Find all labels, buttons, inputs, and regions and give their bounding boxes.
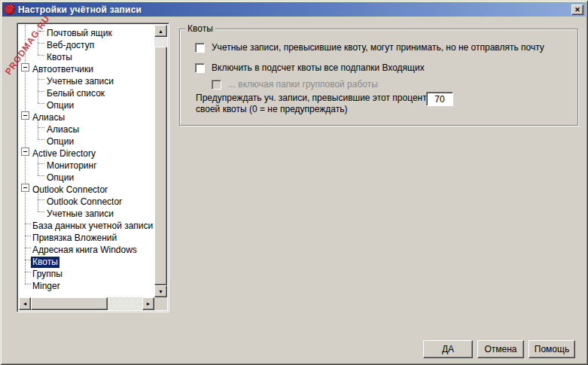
tree-item-options[interactable]: Опции — [19, 169, 154, 181]
close-icon: ✕ — [574, 6, 580, 14]
tree-item-monitoring[interactable]: Мониторинг — [19, 157, 154, 169]
groupware-folders-checkbox-row: ... включая папки групповой работы — [212, 79, 378, 90]
scroll-left-button[interactable]: ◄ — [19, 297, 31, 310]
count-subfolders-checkbox-row: Включить в подсчет квоты все подпапки Вх… — [195, 62, 425, 73]
vertical-scrollbar[interactable]: ▲ ▼ — [154, 25, 167, 297]
tree-item-web-access[interactable]: Веб-доступ — [19, 37, 154, 49]
warn-percent-label-line2: своей квоты (0 = не предупреждать) — [196, 104, 427, 115]
count-subfolders-label: Включить в подсчет квоты все подпапки Вх… — [212, 62, 425, 73]
close-button[interactable]: ✕ — [571, 5, 583, 15]
tree-connector — [38, 103, 44, 104]
scroll-up-button[interactable]: ▲ — [154, 25, 167, 37]
count-subfolders-checkbox[interactable] — [195, 63, 205, 73]
tree-connector — [38, 55, 44, 56]
tree-connector — [25, 272, 31, 272]
warn-percent-input[interactable] — [426, 92, 453, 106]
app-icon — [5, 5, 14, 14]
over-quota-label: Учетные записи, превысившие квоту, могут… — [212, 42, 544, 53]
horizontal-scroll-thumb[interactable] — [31, 297, 108, 310]
scroll-right-button[interactable]: ► — [142, 297, 154, 310]
tree-connector — [25, 284, 31, 284]
tree-connector — [38, 175, 44, 176]
vertical-scroll-thumb[interactable] — [154, 47, 167, 285]
collapse-icon[interactable] — [21, 148, 29, 156]
window-title: Настройки учётной записи — [18, 5, 142, 15]
warn-percent-label: Предупреждать уч. записи, превысившие эт… — [196, 93, 427, 115]
arrow-down-icon: ▼ — [158, 289, 163, 294]
tree-connector — [25, 236, 31, 236]
tree-item-minger[interactable]: Minger — [19, 278, 154, 290]
tree-item-outlook-connector[interactable]: Outlook Connector — [19, 181, 154, 193]
tree-connector — [25, 224, 31, 224]
groupbox-title: Квоты — [185, 23, 215, 34]
warn-percent-label-line1: Предупреждать уч. записи, превысившие эт… — [196, 93, 427, 104]
account-settings-dialog: Настройки учётной записи ✕ PRODMAG.RU По… — [0, 0, 588, 365]
arrow-left-icon: ◄ — [23, 301, 28, 306]
tree-item-groups[interactable]: Группы — [19, 266, 154, 278]
quotas-groupbox: Квоты Учетные записи, превысившие квоту,… — [179, 29, 578, 126]
over-quota-checkbox[interactable] — [195, 43, 205, 53]
tree-item-attachment-linking[interactable]: Привязка Вложений — [19, 230, 154, 242]
horizontal-scrollbar[interactable]: ◄ ► — [19, 297, 154, 310]
tree-item-accounts[interactable]: Учетные записи — [19, 73, 154, 85]
groupware-folders-checkbox-disabled — [212, 80, 221, 90]
tree-connector — [38, 79, 44, 80]
tree-item-label: Minger — [31, 281, 62, 292]
arrow-right-icon: ► — [146, 301, 151, 306]
tree-viewport: Почтовый ящик Веб-доступ Квоты Автоответ… — [19, 25, 154, 297]
cancel-button[interactable]: Отмена — [477, 340, 524, 358]
tree-item-mailbox[interactable]: Почтовый ящик — [19, 25, 154, 37]
arrow-up-icon: ▲ — [158, 29, 163, 34]
tree-connector — [38, 199, 44, 200]
tree-item-windows-address-book[interactable]: Адресная книга Windows — [19, 242, 154, 254]
tree-item-options[interactable]: Опции — [19, 97, 154, 109]
tree-connector — [38, 43, 44, 44]
tree-connector — [25, 260, 31, 260]
scroll-down-button[interactable]: ▼ — [154, 285, 167, 297]
ok-button[interactable]: ДА — [423, 340, 473, 358]
tree-connector — [38, 91, 44, 92]
tree-connector — [25, 248, 31, 248]
tree-item-account-database[interactable]: База данных учетной записи — [19, 217, 154, 230]
tree-item-aliases-child[interactable]: Алиасы — [19, 121, 154, 133]
tree-item-options[interactable]: Опции — [19, 133, 154, 145]
tree-connector — [38, 139, 44, 140]
scrollbar-corner — [154, 297, 167, 310]
tree-item-outlook-connector-child[interactable]: Outlook Connector — [19, 193, 154, 205]
tree-connector — [38, 211, 44, 212]
tree-connector — [38, 31, 44, 32]
settings-tree: Почтовый ящик Веб-доступ Квоты Автоответ… — [17, 23, 169, 312]
tree-item-quotas-child[interactable]: Квоты — [19, 49, 154, 61]
tree-item-white-list[interactable]: Белый список — [19, 85, 154, 97]
tree-item-autoresponders[interactable]: Автоответчики — [19, 61, 154, 73]
collapse-icon[interactable] — [21, 63, 29, 71]
tree-connector — [38, 163, 44, 164]
over-quota-checkbox-row: Учетные записи, превысившие квоту, могут… — [195, 42, 544, 53]
titlebar[interactable]: Настройки учётной записи ✕ — [2, 2, 586, 17]
tree-item-accounts[interactable]: Учетные записи — [19, 205, 154, 217]
tree-item-active-directory[interactable]: Active Directory — [19, 145, 154, 157]
help-button[interactable]: Помощь — [529, 340, 575, 358]
tree-item-aliases[interactable]: Алиасы — [19, 109, 154, 121]
tree-connector — [38, 127, 44, 128]
collapse-icon[interactable] — [21, 184, 29, 192]
groupware-folders-label: ... включая папки групповой работы — [228, 79, 378, 90]
collapse-icon[interactable] — [21, 111, 29, 120]
tree-item-quotas-selected[interactable]: Квоты — [19, 254, 154, 266]
